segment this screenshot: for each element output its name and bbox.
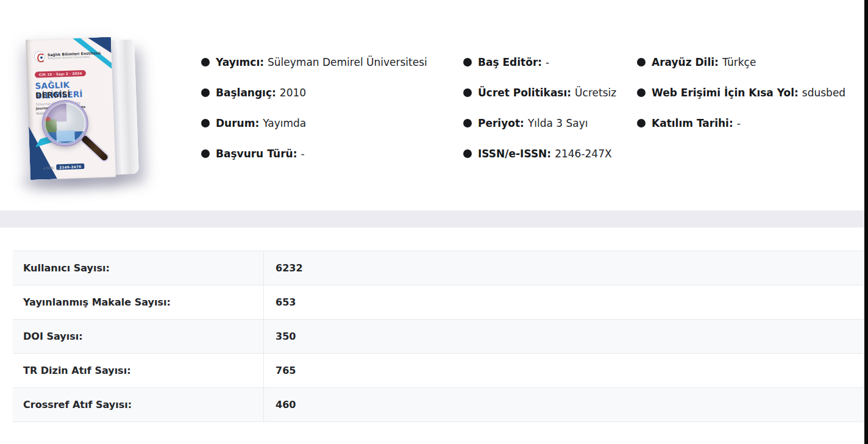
info-label: ISSN/e-ISSN: [478, 148, 551, 160]
stat-value: 460 [264, 388, 865, 421]
info-item-start-year: Başlangıç: 2010 [201, 87, 427, 99]
info-item-join-date: Katılım Tarihi: - [637, 117, 845, 129]
info-label: Başlangıç: [216, 87, 276, 99]
table-row-trdizin-citations: TR Dizin Atıf Sayısı: 765 [13, 354, 865, 388]
info-label: Web Erişimi İçin Kısa Yol: [652, 87, 799, 99]
info-item-issn: ISSN/e-ISSN: 2146-247X [463, 148, 616, 160]
info-label: Başvuru Türü: [216, 148, 297, 160]
info-value: - [546, 56, 549, 68]
stat-label: Kullanıcı Sayısı: [13, 251, 264, 285]
stat-label: TR Dizin Atıf Sayısı: [13, 354, 264, 387]
info-label: Baş Editör: [478, 56, 542, 68]
info-value: 2146-247X [555, 148, 612, 160]
table-row-user-count: Kullanıcı Sayısı: 6232 [13, 251, 865, 285]
info-item-chief-editor: Baş Editör: - [463, 56, 616, 68]
info-item-fee-policy: Ücret Politikası: Ücretsiz [463, 87, 616, 99]
info-label: Yayımcı: [216, 56, 264, 68]
institute-logo: Sağlık Bilimleri Enstitüsü Süleyman Demi… [34, 49, 101, 62]
bullet-icon [201, 58, 210, 66]
info-item-period: Periyot: Yılda 3 Sayı [463, 117, 616, 129]
info-label: Periyot: [478, 117, 524, 129]
bullet-icon [463, 58, 472, 66]
info-value: Türkçe [722, 56, 756, 68]
info-label: Durum: [216, 117, 259, 129]
cover-title-line2: DERGİSİ [35, 90, 71, 100]
info-label: Katılım Tarihi: [652, 117, 733, 129]
info-item-interface-language: Arayüz Dili: Türkçe [637, 56, 845, 68]
table-row-doi-count: DOI Sayısı: 350 [13, 320, 865, 354]
info-label: Ücret Politikası: [478, 87, 571, 99]
bullet-icon [637, 88, 646, 97]
stat-label: Crossref Atıf Sayısı: [13, 388, 264, 421]
bullet-icon [201, 88, 210, 97]
cover-front: Sağlık Bilimleri Enstitüsü Süleyman Demi… [26, 37, 116, 180]
bullet-icon [201, 119, 210, 127]
journal-statistics-table: Kullanıcı Sayısı: 6232 Yayınlanmış Makal… [13, 251, 865, 422]
info-item-short-url: Web Erişimi İçin Kısa Yol: sdusbed [637, 87, 845, 99]
info-item-publisher: Yayımcı: Süleyman Demirel Üniversitesi [201, 56, 427, 68]
info-value: - [737, 117, 741, 129]
table-row-crossref-citations: Crossref Atıf Sayısı: 460 [13, 388, 865, 422]
bullet-icon [463, 149, 472, 158]
info-value: Yayımda [263, 117, 306, 129]
bullet-icon [637, 119, 646, 127]
stat-value: 6232 [264, 251, 865, 285]
section-divider-band [0, 210, 868, 227]
info-label: Arayüz Dili: [652, 56, 719, 68]
eissn-value-badge: 2146-247X [56, 163, 84, 170]
magnifier-handle-icon [79, 133, 111, 164]
stat-value: 653 [264, 285, 865, 319]
info-value: - [301, 148, 305, 160]
journal-info-column-2: Baş Editör: - Ücret Politikası: Ücretsiz… [463, 56, 616, 178]
journal-cover-image: Sağlık Bilimleri Enstitüsü Süleyman Demi… [26, 34, 143, 184]
issue-badge: Cilt 15 · Sayı 2 · 2024 [35, 70, 87, 78]
stat-value: 350 [264, 320, 865, 353]
journal-info-column-3: Arayüz Dili: Türkçe Web Erişimi İçin Kıs… [637, 56, 845, 148]
bullet-icon [637, 58, 646, 66]
stat-value: 765 [264, 354, 865, 387]
info-value: 2010 [280, 87, 306, 99]
eissn-label: e-ISSN: [43, 165, 54, 170]
info-item-status: Durum: Yayımda [201, 117, 427, 129]
bullet-icon [463, 88, 472, 97]
stat-label: Yayınlanmış Makale Sayısı: [13, 285, 264, 319]
table-row-published-articles: Yayınlanmış Makale Sayısı: 653 [13, 285, 865, 320]
journal-stats-page: Sağlık Bilimleri Enstitüsü Süleyman Demi… [0, 0, 868, 444]
info-value: Yılda 3 Sayı [528, 117, 588, 129]
institute-logo-icon [34, 51, 46, 62]
info-item-application-type: Başvuru Türü: - [201, 148, 427, 160]
journal-info-column-1: Yayımcı: Süleyman Demirel Üniversitesi B… [201, 56, 427, 178]
bullet-icon [201, 149, 210, 158]
info-value: Ücretsiz [575, 87, 616, 99]
bullet-icon [463, 119, 472, 127]
window-right-edge [864, 0, 868, 444]
info-value: sdusbed [802, 87, 845, 99]
cover-eissn: e-ISSN: 2146-247X [43, 163, 84, 170]
info-value: Süleyman Demirel Üniversitesi [268, 56, 427, 68]
stat-label: DOI Sayısı: [13, 320, 264, 353]
